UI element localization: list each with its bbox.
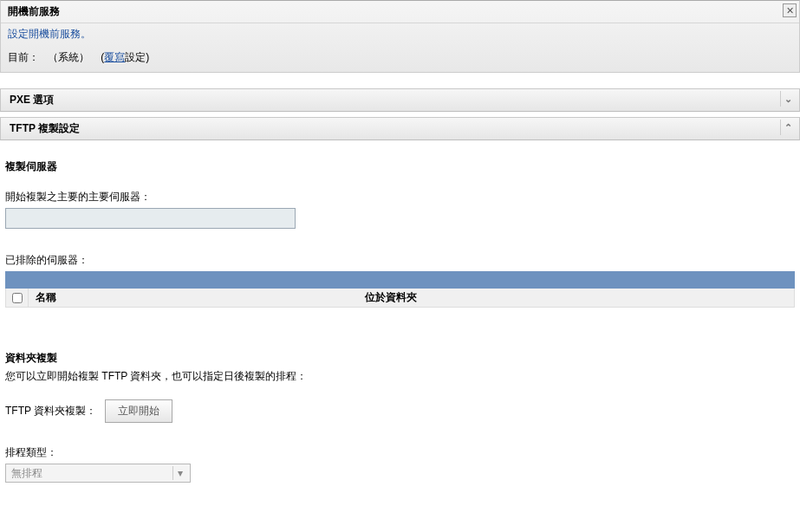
column-name[interactable]: 名稱 xyxy=(29,290,358,305)
page-description: 設定開機前服務。 xyxy=(1,23,799,45)
select-all-checkbox-cell xyxy=(6,289,29,307)
tftp-copy-label: TFTP 資料夾複製： xyxy=(5,404,96,418)
excluded-servers-table-header: 名稱 位於資料夾 xyxy=(5,289,795,308)
excluded-servers-label: 已排除的伺服器： xyxy=(5,253,795,268)
schedule-type-select[interactable]: 無排程 ▾ xyxy=(5,464,191,483)
start-now-button[interactable]: 立即開始 xyxy=(105,399,172,423)
pxe-section-title: PXE 選項 xyxy=(10,94,54,106)
override-link[interactable]: 覆寫 xyxy=(104,51,125,63)
tftp-section-title: TFTP 複製設定 xyxy=(10,122,80,134)
close-icon[interactable]: ✕ xyxy=(783,3,797,17)
tftp-copy-row: TFTP 資料夾複製： 立即開始 xyxy=(5,399,795,423)
tftp-section-header[interactable]: TFTP 複製設定 ⌃ xyxy=(0,117,800,140)
override-suffix: 設定) xyxy=(125,51,149,63)
current-value: （系統） xyxy=(48,51,89,63)
column-folder[interactable]: 位於資料夾 xyxy=(358,290,794,305)
chevron-down-icon: ▾ xyxy=(172,466,186,480)
chevron-up-icon[interactable]: ⌃ xyxy=(780,120,796,135)
table-toolbar xyxy=(5,271,795,289)
page-header: ✕ 開機前服務 設定開機前服務。 目前： （系統） (覆寫設定) xyxy=(0,0,800,73)
chevron-down-icon[interactable]: ⌄ xyxy=(780,91,796,107)
schedule-type-label: 排程類型： xyxy=(5,445,795,460)
current-settings-line: 目前： （系統） (覆寫設定) xyxy=(1,45,799,72)
primary-server-input[interactable] xyxy=(5,208,296,229)
pxe-options-section-header[interactable]: PXE 選項 ⌄ xyxy=(0,88,800,112)
select-all-checkbox[interactable] xyxy=(12,293,23,303)
tftp-section-content: 複製伺服器 開始複製之主要的主要伺服器： 已排除的伺服器： 名稱 位於資料夾 資… xyxy=(0,159,800,483)
replication-server-title: 複製伺服器 xyxy=(5,159,795,174)
current-label: 目前： xyxy=(8,51,39,63)
folder-replication-desc: 您可以立即開始複製 TFTP 資料夾，也可以指定日後複製的排程： xyxy=(5,369,795,384)
folder-replication-title: 資料夾複製 xyxy=(5,351,795,366)
primary-server-label: 開始複製之主要的主要伺服器： xyxy=(5,190,795,204)
page-title: 開機前服務 xyxy=(1,1,799,23)
schedule-type-value: 無排程 xyxy=(11,466,42,481)
